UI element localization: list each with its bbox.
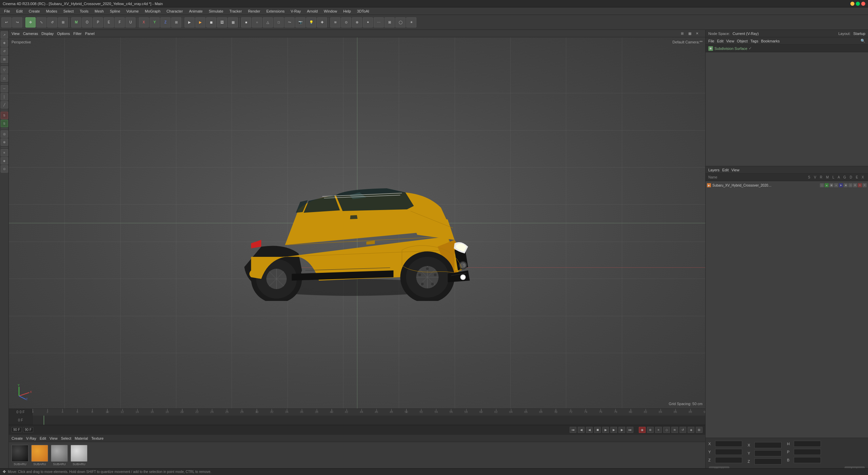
undo-button[interactable]: ↩ — [1, 17, 12, 27]
key-select-button[interactable]: ◇ — [663, 427, 670, 433]
menu-help[interactable]: Help — [340, 8, 354, 14]
next-key-button[interactable]: ▶ — [618, 427, 625, 433]
vp-menu-options[interactable]: Options — [57, 32, 70, 36]
render-region2-button[interactable]: ▦ — [228, 17, 238, 27]
menu-tools[interactable]: Tools — [77, 8, 91, 14]
obj-sphere-button[interactable]: ○ — [252, 17, 262, 27]
left-tool-8[interactable]: │ — [1, 93, 8, 100]
layer-menu-layers[interactable]: Layers — [708, 168, 719, 172]
record-button[interactable]: ◉ — [639, 427, 646, 433]
left-tool-1[interactable]: ↗ — [1, 31, 8, 39]
menu-render[interactable]: Render — [245, 8, 263, 14]
pos-z-input[interactable] — [715, 457, 742, 463]
tl-track-area[interactable] — [33, 416, 705, 425]
mat-menu-view[interactable]: View — [50, 436, 58, 440]
mat-menu-texture[interactable]: Texture — [91, 436, 103, 440]
menu-simulate[interactable]: Simulate — [206, 8, 226, 14]
layer-gen-btn[interactable]: ◆ — [844, 183, 848, 187]
redo-button[interactable]: ↪ — [12, 17, 22, 27]
effector-button[interactable]: ✦ — [363, 17, 373, 27]
attr-menu-view[interactable]: View — [726, 39, 734, 43]
vp-menu-cameras[interactable]: Cameras — [23, 32, 38, 36]
layer-solo-btn[interactable]: □ — [820, 183, 824, 187]
rotate-tool-button[interactable]: ↺ — [47, 17, 57, 27]
menu-edit[interactable]: Edit — [14, 8, 25, 14]
axis-y-button[interactable]: Y — [150, 17, 160, 27]
mat-menu-material[interactable]: Material — [75, 436, 88, 440]
material-swatch-3[interactable]: SUBARU — [51, 445, 68, 466]
attr-search-icon[interactable]: 🔍 — [861, 39, 865, 43]
viewport-canvas[interactable]: Perspective Default Camera:** Grid Spaci… — [9, 37, 705, 408]
move-tool-button[interactable]: ✥ — [25, 17, 36, 27]
attr-menu-edit[interactable]: Edit — [717, 39, 724, 43]
layout-value[interactable]: Startup — [853, 32, 865, 36]
play-button[interactable]: ▶ — [602, 427, 609, 433]
material-swatch-4[interactable]: SUBARU — [71, 445, 87, 466]
left-tool-3[interactable]: ↺ — [1, 48, 8, 55]
generator-button[interactable]: ⊙ — [341, 17, 351, 27]
menu-character[interactable]: Character — [164, 8, 185, 14]
picture-viewer-button[interactable]: 🖼 — [217, 17, 227, 27]
layer-x-btn[interactable]: ✕ — [863, 183, 867, 187]
render-region-button[interactable]: ▶ — [184, 17, 195, 27]
main-viewport[interactable]: View Cameras Display Options Filter Pane… — [9, 30, 705, 408]
left-tool-14[interactable]: ≡ — [1, 149, 8, 156]
rot-p-input[interactable] — [794, 449, 821, 455]
close-button[interactable] — [861, 2, 865, 6]
rot-h-input[interactable] — [794, 441, 821, 447]
vp-menu-panel[interactable]: Panel — [85, 32, 95, 36]
layer-exp-btn[interactable]: ⊕ — [853, 183, 857, 187]
obj-spline-button[interactable]: 〜 — [284, 17, 295, 27]
attr-menu-file[interactable]: File — [708, 39, 714, 43]
rot-b-input[interactable] — [794, 457, 821, 463]
mat-menu-select[interactable]: Select — [61, 436, 72, 440]
menu-animate[interactable]: Animate — [186, 8, 205, 14]
autokey-button[interactable]: ⊕ — [647, 427, 654, 433]
obj-light-button[interactable]: 💡 — [306, 17, 316, 27]
menu-vray[interactable]: V-Ray — [288, 8, 303, 14]
timeline-keyframe-area[interactable]: 0 F — [9, 416, 705, 425]
left-tool-11[interactable]: S — [1, 120, 8, 127]
vp-menu-view[interactable]: View — [12, 32, 20, 36]
left-tool-12[interactable]: ◎ — [1, 130, 8, 138]
vp-close-icon[interactable]: ✕ — [694, 31, 700, 36]
layer-render-btn[interactable]: ▣ — [829, 183, 833, 187]
deformer-button[interactable]: ≋ — [330, 17, 340, 27]
vp-maximize-icon[interactable]: ⊞ — [679, 31, 685, 36]
axis-x-button[interactable]: X — [139, 17, 149, 27]
light2-button[interactable]: ☀ — [406, 17, 416, 27]
pos-x-input[interactable] — [715, 441, 742, 447]
menu-modes[interactable]: Modes — [43, 8, 60, 14]
left-tool-9[interactable]: ╱ — [1, 101, 8, 109]
mograph-button[interactable]: ⊕ — [352, 17, 362, 27]
prev-key-button[interactable]: ◀ — [578, 427, 585, 433]
mode-object-button[interactable]: O — [82, 17, 92, 27]
layer-menu-view[interactable]: View — [731, 168, 739, 172]
key-all-button[interactable]: ≡ — [655, 427, 662, 433]
menu-mesh[interactable]: Mesh — [92, 8, 106, 14]
transform-tool-button[interactable]: ⊞ — [58, 17, 68, 27]
layer-anim-btn[interactable]: ▶ — [839, 183, 843, 187]
material-swatch-1[interactable]: SUBARU — [12, 445, 28, 466]
left-tool-6[interactable]: △ — [1, 74, 8, 82]
menu-extensions[interactable]: Extensions — [263, 8, 287, 14]
material-swatch-2[interactable]: SUBARU — [31, 445, 48, 466]
step-forward-button[interactable]: ▶ — [610, 427, 617, 433]
stop-button[interactable]: ⏹ — [594, 427, 601, 433]
left-tool-16[interactable]: ⊙ — [1, 165, 8, 173]
scale-z-input[interactable] — [754, 458, 782, 464]
step-back-button[interactable]: ◀ — [586, 427, 593, 433]
left-tool-10[interactable]: S — [1, 112, 8, 119]
obj-null-button[interactable]: ✚ — [317, 17, 327, 27]
node-space-value[interactable]: Current (V-Ray) — [733, 32, 759, 36]
vp-menu-display[interactable]: Display — [41, 32, 54, 36]
attr-menu-bookmarks[interactable]: Bookmarks — [761, 39, 780, 43]
left-tool-15[interactable]: ◈ — [1, 157, 8, 165]
maximize-button[interactable] — [856, 2, 860, 6]
left-tool-13[interactable]: ⊕ — [1, 138, 8, 146]
layer-manager-btn[interactable]: ≡ — [834, 183, 838, 187]
obj-cone-button[interactable]: △ — [263, 17, 273, 27]
menu-create[interactable]: Create — [26, 8, 43, 14]
menu-window[interactable]: Window — [321, 8, 340, 14]
mode-point-button[interactable]: P — [93, 17, 103, 27]
